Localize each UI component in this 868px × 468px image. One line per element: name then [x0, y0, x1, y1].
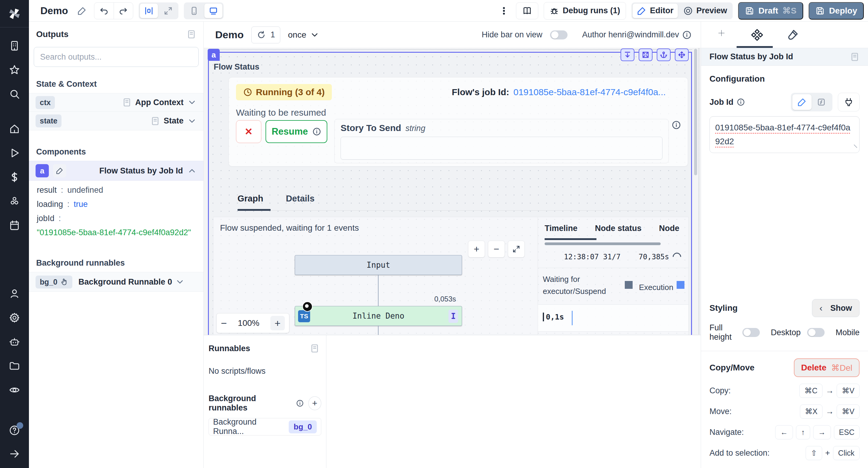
rail-item-resources[interactable]: [9, 196, 20, 207]
undo-button[interactable]: [94, 3, 114, 19]
collapse-panel-icon[interactable]: [310, 344, 319, 353]
graph-fit-button[interactable]: [508, 241, 525, 258]
debug-runs-button[interactable]: Debug runs (1): [544, 2, 626, 20]
timeline-start-time: 12:38:07 31/7: [564, 253, 621, 261]
tab-node-status[interactable]: Node status: [595, 224, 642, 233]
connect-input-plug-button[interactable]: [838, 93, 860, 111]
rail-item-home[interactable]: [9, 123, 20, 135]
rail-item-audit-logs[interactable]: [9, 384, 20, 396]
hide-bar-toggle[interactable]: [550, 30, 567, 39]
app-canvas[interactable]: a Flow Status Running (3 of 4: [204, 48, 701, 468]
kbd-key: →: [813, 425, 831, 439]
info-icon[interactable]: [737, 98, 745, 106]
job-id-input[interactable]: 0191085e-5baa-81ef-4774-c9ef4f0a92d2: [710, 116, 860, 153]
rail-item-variables[interactable]: [9, 171, 20, 183]
deploy-button[interactable]: Deploy: [809, 2, 864, 20]
zoom-in-button[interactable]: +: [270, 316, 285, 330]
show-styling-button[interactable]: ‹ Show: [812, 299, 860, 317]
flow-node-inline-deno[interactable]: TS Inline Deno I: [295, 306, 462, 326]
info-icon[interactable]: [296, 399, 304, 407]
rail-item-users[interactable]: [9, 288, 20, 299]
selected-component-tag[interactable]: a: [208, 49, 220, 61]
move-handle[interactable]: [675, 48, 689, 61]
resume-button[interactable]: Resume: [266, 120, 327, 143]
graph-zoom-out-button[interactable]: −: [488, 241, 505, 258]
kbd-key: ⌘V: [837, 384, 860, 398]
expression-input-button[interactable]: [812, 94, 831, 110]
delete-component-button[interactable]: Delete ⌘Del: [794, 358, 860, 377]
graph-zoom-in-button[interactable]: +: [468, 241, 485, 258]
search-input[interactable]: [40, 53, 192, 62]
background-runnable-item[interactable]: Background Runna... bg_0: [209, 418, 321, 435]
story-to-send-textarea[interactable]: [341, 137, 662, 160]
tab-node-cut[interactable]: Node: [659, 224, 680, 233]
bg-runnables-header: Background runnables: [209, 394, 292, 412]
full-width-layout-button[interactable]: [159, 4, 177, 18]
zoom-out-button[interactable]: −: [221, 317, 227, 329]
rail-collapse-button[interactable]: [9, 448, 20, 460]
timeline-progress-bar: [545, 242, 661, 245]
resize-grip-icon[interactable]: [851, 144, 857, 151]
tab-graph[interactable]: Graph: [238, 194, 263, 204]
expand-down-handle[interactable]: [621, 48, 634, 61]
chevron-down-icon[interactable]: [187, 98, 197, 107]
mobile-view-button[interactable]: [185, 4, 203, 18]
rail-item-favorites[interactable]: [9, 64, 20, 76]
chevron-down-icon[interactable]: [175, 277, 185, 287]
edit-id-pencil-icon[interactable]: [53, 164, 66, 177]
rail-item-help[interactable]: [9, 425, 20, 436]
run-mode-select[interactable]: once: [288, 30, 320, 40]
rename-app-pencil-icon[interactable]: [75, 4, 89, 18]
typescript-badge: TS: [298, 310, 310, 322]
state-row[interactable]: state State: [29, 112, 204, 130]
anchor-handle[interactable]: [657, 48, 671, 61]
canvas-scrollbar[interactable]: [694, 49, 697, 175]
center-layout-button[interactable]: [140, 4, 158, 18]
kebab-menu-icon[interactable]: [497, 4, 510, 18]
rail-item-workspace[interactable]: [9, 40, 20, 52]
chevron-up-icon[interactable]: [187, 166, 197, 175]
tab-insert-component[interactable]: [715, 29, 727, 41]
add-background-runnable-button[interactable]: +: [308, 396, 321, 410]
rail-item-settings[interactable]: [9, 312, 20, 324]
fullsize-handle[interactable]: [639, 48, 652, 61]
tab-component-settings[interactable]: [751, 29, 763, 41]
full-height-toggle[interactable]: [742, 328, 760, 337]
tab-global-styling[interactable]: [786, 29, 799, 41]
tab-preview[interactable]: Preview: [679, 4, 732, 18]
info-icon[interactable]: [672, 120, 681, 130]
redo-button[interactable]: [114, 3, 133, 19]
desktop-toggle[interactable]: [807, 328, 825, 337]
tab-details[interactable]: Details: [286, 194, 314, 204]
rail-item-schedules[interactable]: [9, 220, 20, 231]
component-output-row[interactable]: a Flow Status by Job Id: [29, 161, 204, 181]
collapse-panel-icon[interactable]: [850, 52, 860, 62]
docs-book-icon[interactable]: [516, 3, 538, 19]
ctx-row[interactable]: ctx App Context: [29, 93, 204, 112]
static-input-pencil-button[interactable]: [792, 94, 812, 110]
rail-item-search[interactable]: [9, 88, 20, 100]
flow-graph[interactable]: Flow suspended, waiting for 1 events + −…: [213, 217, 538, 335]
refresh-count-box[interactable]: 1: [251, 27, 280, 43]
state-context-header: State & Context: [36, 79, 196, 89]
cancel-button[interactable]: ✕: [236, 120, 261, 143]
collapse-panel-icon[interactable]: [187, 30, 196, 39]
chevron-down-icon[interactable]: [187, 116, 197, 126]
info-icon[interactable]: [682, 30, 692, 40]
flow-status-component[interactable]: Flow Status Running (3 of 4) Flow's job …: [208, 52, 692, 335]
rail-item-folders[interactable]: [9, 360, 20, 372]
flow-node-input[interactable]: Input: [295, 255, 462, 275]
desktop-view-button[interactable]: [204, 4, 222, 18]
settings-panel: Flow Status by Job Id Configuration Job …: [701, 22, 868, 468]
background-runnable-row[interactable]: bg_0 Background Runnable 0: [29, 272, 204, 292]
flow-job-id-link[interactable]: 0191085e-5baa-81ef-4774-c9ef4f0a...: [513, 87, 665, 97]
windmill-logo-icon[interactable]: [7, 6, 22, 22]
rail-item-runs[interactable]: [9, 147, 20, 159]
outputs-search[interactable]: [34, 47, 198, 67]
tabs-active-indicator: [238, 209, 271, 211]
tab-timeline[interactable]: Timeline: [545, 224, 578, 233]
shortcut-row-copy: Copy: ⌘C → ⌘V: [710, 384, 860, 398]
tab-editor[interactable]: Editor: [632, 4, 678, 18]
draft-button[interactable]: Draft ⌘S: [738, 2, 803, 20]
rail-item-workers[interactable]: [9, 336, 20, 347]
